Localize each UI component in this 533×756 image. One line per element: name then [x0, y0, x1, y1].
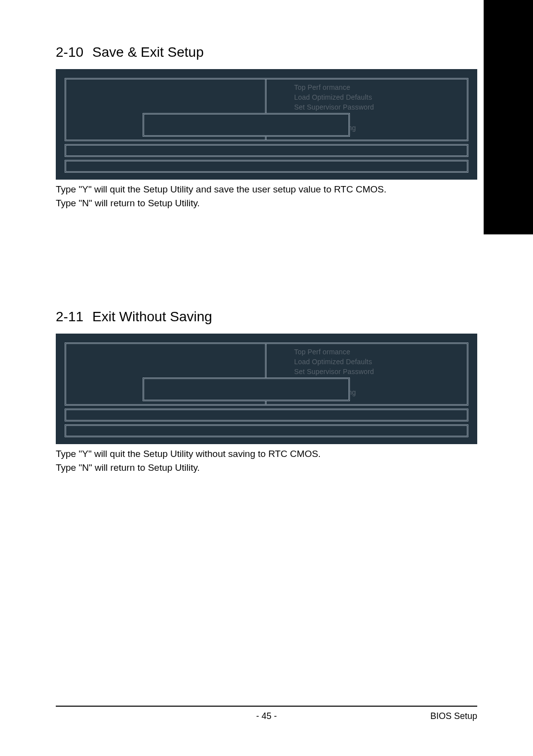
menu-item-set-supervisor-password: Set Supervisor Password — [294, 102, 467, 112]
desc-line: Type "N" will return to Setup Utility. — [56, 461, 477, 475]
menu-item-top-performance: Top Perf ormance — [294, 82, 467, 92]
desc-line: Type "Y" will quit the Setup Utility and… — [56, 183, 477, 196]
bios-right-col: Top Perf ormance Load Optimized Defaults… — [266, 344, 467, 379]
bios-bottom-bar-2 — [65, 424, 468, 437]
section-number: 2-11 — [56, 309, 83, 324]
menu-item-load-optimized-defaults: Load Optimized Defaults — [294, 357, 467, 367]
bios-screenshot-save-exit: Top Perf ormance Load Optimized Defaults… — [56, 69, 477, 180]
desc-line: Type "N" will return to Setup Utility. — [56, 196, 477, 210]
footer: - 45 - BIOS Setup — [56, 711, 477, 721]
bios-bottom-bar-1 — [65, 409, 468, 421]
side-tab — [484, 0, 533, 234]
description-exit-without: Type "Y" will quit the Setup Utility wit… — [56, 447, 477, 475]
bios-frame: Top Perf ormance Load Optimized Defaults… — [65, 342, 468, 406]
bios-right-col: Top Perf ormance Load Optimized Defaults… — [266, 79, 467, 115]
menu-item-top-performance: Top Perf ormance — [294, 347, 467, 357]
footer-rule — [56, 706, 477, 707]
bios-bottom-bar-2 — [65, 160, 468, 173]
description-save-exit: Type "Y" will quit the Setup Utility and… — [56, 183, 477, 210]
bios-bottom-bar-1 — [65, 144, 468, 157]
bios-left-col — [66, 79, 265, 112]
desc-line: Type "Y" will quit the Setup Utility wit… — [56, 447, 477, 461]
section-number: 2-10 — [56, 44, 83, 60]
section-heading-exit-without: 2-11Exit Without Saving — [56, 309, 477, 325]
bios-frame: Top Perf ormance Load Optimized Defaults… — [65, 78, 468, 141]
footer-section-label: BIOS Setup — [430, 711, 477, 721]
bios-dialog-box — [143, 113, 350, 137]
bios-screenshot-exit-without: Top Perf ormance Load Optimized Defaults… — [56, 334, 477, 444]
bios-left-col — [66, 344, 265, 377]
menu-item-set-supervisor-password: Set Supervisor Password — [294, 367, 467, 377]
section-title: Exit Without Saving — [92, 309, 212, 324]
section-heading-save-exit: 2-10Save & Exit Setup — [56, 44, 477, 60]
bios-dialog-box — [143, 378, 350, 401]
page-number: - 45 - — [256, 711, 277, 721]
section-title: Save & Exit Setup — [92, 44, 204, 60]
menu-item-load-optimized-defaults: Load Optimized Defaults — [294, 92, 467, 102]
